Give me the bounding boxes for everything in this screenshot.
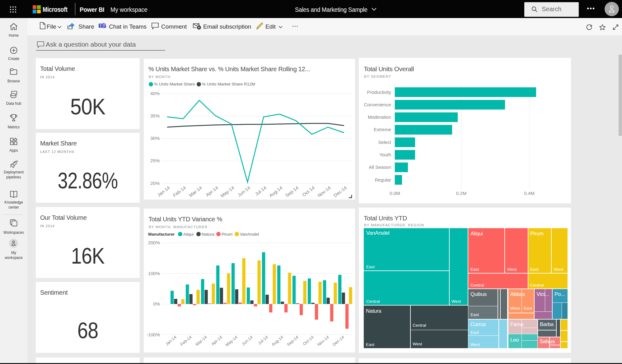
svg-text:Youth: Youth: [379, 152, 391, 157]
svg-text:-100%: -100%: [147, 332, 160, 337]
svg-text:Jan-14: Jan-14: [156, 185, 171, 198]
svg-text:Moderation: Moderation: [368, 114, 391, 120]
svg-text:35%: 35%: [150, 113, 160, 118]
svg-text:Convenience: Convenience: [364, 102, 391, 107]
svg-text:Apr-14: Apr-14: [205, 185, 219, 198]
svg-text:Dec-14: Dec-14: [332, 334, 345, 347]
svg-text:0.4M: 0.4M: [524, 191, 534, 196]
svg-text:0.2M: 0.2M: [456, 191, 466, 196]
svg-text:BY SEGMENT: BY SEGMENT: [364, 75, 391, 78]
svg-text:Nov-14: Nov-14: [316, 185, 332, 198]
svg-text:Jan-14: Jan-14: [165, 334, 178, 346]
svg-text:Productivity: Productivity: [367, 90, 391, 95]
svg-text:Jul-14: Jul-14: [257, 334, 269, 345]
svg-text:0%: 0%: [153, 301, 160, 306]
svg-text:Pirum: Pirum: [222, 232, 232, 237]
svg-text:Natura: Natura: [202, 232, 214, 237]
svg-text:May-14: May-14: [225, 334, 239, 347]
svg-text:% Units Market Share R12M: % Units Market Share R12M: [202, 82, 255, 86]
svg-text:Nov-14: Nov-14: [316, 334, 330, 347]
svg-text:May-14: May-14: [219, 185, 235, 199]
svg-text:BY MONTH, MANUFACTURER: BY MONTH, MANUFACTURER: [149, 225, 208, 229]
svg-text:40%: 40%: [150, 91, 160, 96]
svg-text:200%: 200%: [148, 240, 160, 245]
svg-text:Mar-14: Mar-14: [188, 185, 203, 198]
svg-text:100%: 100%: [148, 271, 160, 276]
svg-text:Mar-14: Mar-14: [195, 334, 208, 347]
svg-text:Extreme: Extreme: [374, 127, 391, 132]
svg-text:Aug-14: Aug-14: [268, 185, 283, 198]
svg-text:Feb-14: Feb-14: [180, 334, 193, 347]
svg-text:Feb-14: Feb-14: [172, 185, 187, 198]
svg-text:Jun-14: Jun-14: [241, 334, 254, 346]
svg-text:Aug-14: Aug-14: [271, 335, 284, 347]
svg-text:Apr-14: Apr-14: [210, 334, 223, 346]
svg-text:% Units Market Share: % Units Market Share: [154, 82, 195, 86]
svg-text:Aliqui: Aliqui: [183, 232, 194, 237]
svg-text:Regular: Regular: [375, 177, 391, 182]
svg-text:25%: 25%: [150, 158, 160, 163]
svg-text:Sep-14: Sep-14: [284, 185, 300, 198]
svg-text:% Units Market Share vs. % Uni: % Units Market Share vs. % Units Market …: [148, 66, 310, 72]
svg-text:Oct-14: Oct-14: [301, 185, 316, 198]
svg-text:BY MONTH: BY MONTH: [149, 75, 171, 79]
svg-text:Total Units Overall: Total Units Overall: [364, 65, 414, 72]
svg-text:Dec-14: Dec-14: [333, 185, 348, 198]
svg-text:Select: Select: [378, 140, 391, 145]
svg-text:Jul-14: Jul-14: [254, 185, 267, 197]
svg-text:Oct-14: Oct-14: [302, 334, 315, 346]
svg-text:All Season: All Season: [369, 164, 391, 170]
svg-text:Jun-14: Jun-14: [236, 185, 251, 198]
svg-text:0.0M: 0.0M: [390, 191, 400, 196]
svg-text:Manufacturer: Manufacturer: [148, 232, 175, 237]
svg-text:Sep-14: Sep-14: [286, 335, 299, 347]
svg-text:Total Units YTD Variance %: Total Units YTD Variance %: [148, 216, 222, 223]
svg-text:VanArsdel: VanArsdel: [240, 232, 259, 237]
svg-text:30%: 30%: [150, 136, 160, 141]
svg-text:20%: 20%: [150, 181, 160, 186]
